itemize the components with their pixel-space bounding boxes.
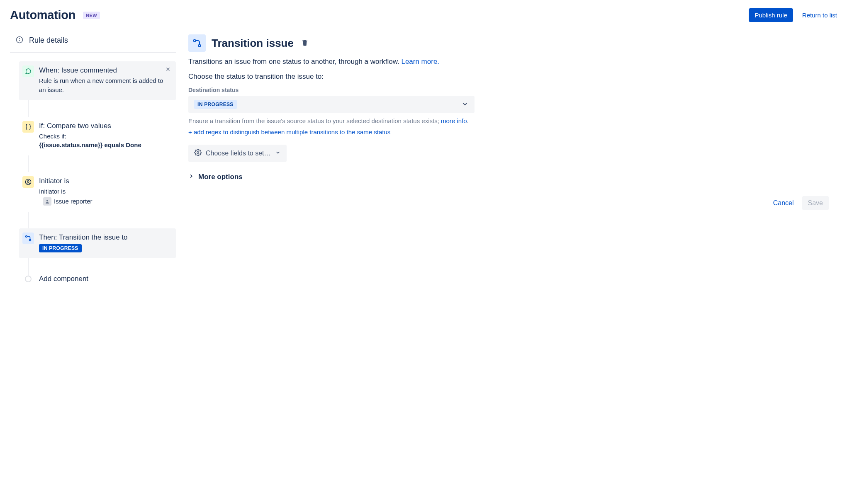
svg-point-11 [199,45,201,47]
remove-step-button[interactable] [165,66,171,74]
delete-action-button[interactable] [301,39,309,48]
avatar-icon [43,197,51,206]
rule-sidebar: Rule details When: Issue commented Rule … [10,33,176,283]
svg-point-2 [19,39,20,39]
step-trigger[interactable]: When: Issue commented Rule is run when a… [19,61,176,100]
chevron-right-icon [188,173,194,181]
braces-icon [22,121,34,133]
page-title: Automation [10,8,75,22]
svg-point-12 [197,152,199,154]
cancel-button[interactable]: Cancel [773,199,794,207]
add-regex-link[interactable]: + add regex to distinguish between multi… [188,128,390,136]
user-circle-icon [22,176,34,188]
save-button[interactable]: Save [802,196,829,210]
rule-details-label: Rule details [29,36,68,45]
action-description: Transitions an issue from one status to … [188,58,837,66]
status-lozenge: IN PROGRESS [39,244,82,252]
page-header: Automation NEW Publish rule Return to li… [10,8,837,22]
step-condition-compare[interactable]: If: Compare two values Checks if: {{issu… [19,117,176,156]
step-description: Initiator is Issue reporter [39,187,170,206]
destination-status-select[interactable]: IN PROGRESS [188,96,475,113]
return-to-list-link[interactable]: Return to list [802,12,837,19]
comment-icon [22,65,34,77]
ensure-transition-help: Ensure a transition from the issue's sou… [188,117,837,124]
svg-point-8 [26,235,27,237]
publish-rule-button[interactable]: Publish rule [749,8,793,22]
learn-more-link[interactable]: Learn more. [401,58,439,65]
add-dot-icon [25,276,32,282]
more-options-toggle[interactable]: More options [188,173,837,181]
info-icon [16,36,23,45]
action-title: Transition issue [212,37,294,50]
svg-point-9 [29,239,31,241]
step-title: Initiator is [39,177,170,185]
destination-status-label: Destination status [188,87,837,93]
choose-status-label: Choose the status to transition the issu… [188,73,837,81]
more-info-link[interactable]: more info [441,117,467,124]
gear-icon [194,149,202,158]
step-action-transition[interactable]: Then: Transition the issue to IN PROGRES… [19,228,176,258]
transition-icon [188,34,206,52]
svg-point-10 [194,40,196,42]
chevron-down-icon [275,150,281,157]
choose-fields-button[interactable]: Choose fields to set… [188,145,287,162]
step-title: When: Issue commented [39,66,170,75]
rule-details-row[interactable]: Rule details [10,33,176,53]
step-description: Checks if: {{issue.status.name}} equals … [39,132,170,150]
transition-icon [22,233,34,244]
step-description: Rule is run when a new comment is added … [39,76,170,94]
step-title: Then: Transition the issue to [39,233,170,242]
svg-point-6 [27,181,29,182]
add-component-button[interactable]: Add component [19,275,176,283]
chevron-down-icon [461,100,469,109]
main-panel: Transition issue Transitions an issue fr… [188,33,837,283]
step-condition-initiator[interactable]: Initiator is Initiator is Issue reporter [19,172,176,212]
step-title: If: Compare two values [39,122,170,130]
status-lozenge: IN PROGRESS [194,100,237,109]
svg-point-7 [46,200,48,201]
new-badge: NEW [83,12,100,19]
